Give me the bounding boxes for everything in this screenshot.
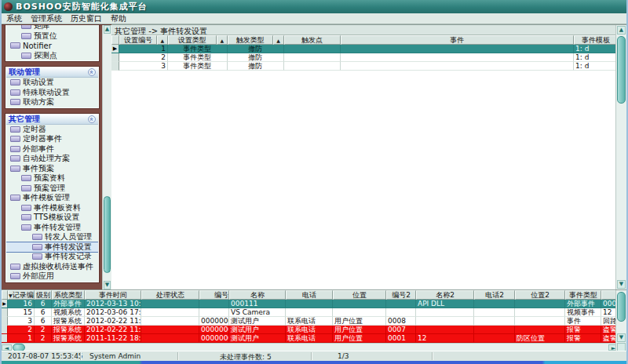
scrollbar-thumb[interactable] xyxy=(104,196,111,273)
col-header-event-time[interactable]: 事件时间 xyxy=(85,290,141,300)
col-header-trigger-point[interactable]: 触发点 xyxy=(284,35,341,45)
sidebar-item[interactable]: TTS模板设置 xyxy=(6,213,98,223)
cell-event-time: 2012-02-22 11:26:02 xyxy=(85,326,141,334)
sidebar-item[interactable]: 定时器 xyxy=(6,125,98,135)
sidebar-item[interactable]: 事件预案 xyxy=(6,164,98,174)
row-selector[interactable] xyxy=(111,53,119,62)
row-selector[interactable]: ▶ xyxy=(111,45,119,53)
row-selector[interactable] xyxy=(111,62,119,71)
row-selector[interactable] xyxy=(2,308,8,317)
sidebar-item[interactable]: 事件转发管理 xyxy=(6,223,98,233)
cell-handle-status xyxy=(141,326,199,334)
sidebar-item[interactable]: 转发人员管理 xyxy=(6,232,98,242)
scroll-down-icon[interactable]: ▼ xyxy=(104,281,111,289)
sidebar-item[interactable]: Notifier xyxy=(6,41,98,51)
cell-name2: API DLL xyxy=(416,300,474,308)
sidebar-item[interactable]: 事件模板资料 xyxy=(6,203,98,213)
col-header-name[interactable]: 名称 xyxy=(229,290,286,300)
event-row[interactable]: 2 2 报警系统 2012-02-22 11:26:02 00000002 测试… xyxy=(2,326,619,334)
col-header-handle-status[interactable]: 处理状态 xyxy=(141,290,199,300)
cell-number: 00000002 xyxy=(199,317,229,326)
cell-event-template: 1: d xyxy=(574,53,618,62)
table-row[interactable]: 3 事件类型 撤防 1: d xyxy=(111,62,618,71)
scroll-left-icon[interactable]: ◄ xyxy=(2,344,12,351)
col-header-location[interactable]: 位置 xyxy=(333,290,386,300)
col-header-event-type[interactable]: 事件类型 xyxy=(565,290,601,300)
cell-system-type: 报警系统 xyxy=(52,317,85,326)
panel-button-icon xyxy=(10,146,20,152)
sidebar-item[interactable]: 事件转发设置 xyxy=(6,242,98,253)
cell-location: 用户位置 xyxy=(333,334,386,343)
cell-handle-status xyxy=(141,334,199,343)
scroll-down-icon[interactable]: ▼ xyxy=(617,333,626,342)
scroll-down-icon[interactable]: ▼ xyxy=(617,280,626,289)
sidebar-item[interactable]: 预案资料 xyxy=(6,173,98,184)
sidebar-item[interactable]: 探测点 xyxy=(6,51,98,61)
sidebar-item-label: 外部应用 xyxy=(23,271,54,282)
col-header-name2[interactable]: 名称2 xyxy=(416,290,474,300)
col-header-phone2[interactable]: 电话2 xyxy=(474,290,515,300)
collapse-chevron-icon[interactable]: » xyxy=(88,115,96,123)
sort-asc-icon[interactable]: ▲ xyxy=(273,35,284,45)
row-selector[interactable] xyxy=(2,334,8,343)
sidebar-group-header[interactable]: 其它管理 » xyxy=(6,115,98,125)
event-row[interactable]: ▶ 16 6 外部事件 2012-03-13 10:38:04 000111 A… xyxy=(2,300,619,308)
event-row[interactable]: 3 6 报警系统 2012-02-22 11:26:02 00000002 测试… xyxy=(2,317,619,326)
sidebar-item[interactable]: 预置位 xyxy=(6,31,98,42)
sidebar-item[interactable]: 事件转发记录 xyxy=(6,252,98,262)
row-selector[interactable]: ▶ xyxy=(2,300,8,308)
sidebar-item[interactable]: 外部事件 xyxy=(6,144,98,155)
scrollbar-thumb[interactable] xyxy=(617,292,626,322)
menu-item[interactable]: 历史窗口 xyxy=(71,13,102,24)
collapse-chevron-icon[interactable]: » xyxy=(88,68,96,76)
event-row[interactable]: 1 2 报警系统 2011-11-22 18:00:27 00000003 测试… xyxy=(2,334,619,343)
selector-header-cell xyxy=(2,290,8,300)
col-header-number2[interactable]: 编号2 xyxy=(386,290,416,300)
scrollbar-thumb[interactable] xyxy=(617,36,626,104)
sidebar-scrollbar[interactable]: ▲ ▼ xyxy=(102,25,111,289)
events-vertical-scrollbar[interactable]: ▼ xyxy=(615,290,626,351)
col-header-phone[interactable]: 电话 xyxy=(286,290,333,300)
sidebar-item[interactable]: 预案管理 xyxy=(6,184,98,194)
main-vertical-scrollbar[interactable]: ▲ ▼ xyxy=(615,25,626,289)
col-header-event[interactable]: 事件 xyxy=(341,35,575,45)
cell-number: 00000003 xyxy=(199,334,229,343)
sidebar-item[interactable]: 自动处理方案 xyxy=(6,154,98,164)
menu-item[interactable]: 系统 xyxy=(6,13,22,24)
cell-setting-type: 事件类型 xyxy=(168,62,228,71)
menu-item[interactable]: 帮助 xyxy=(111,13,126,24)
sidebar-item[interactable]: 联动方案 xyxy=(6,97,98,107)
col-header-location2[interactable]: 位置2 xyxy=(515,290,565,300)
row-selector[interactable] xyxy=(2,326,8,334)
col-header-setting-id[interactable]: 设置编号 xyxy=(119,35,157,45)
col-header-setting-type[interactable]: 设置类型 xyxy=(168,35,217,45)
event-records-grid: ▼记录编号 级别 系统类型 事件时间 处理状态 编号 名称 电话 位置 编号2 … xyxy=(2,290,619,351)
menu-item[interactable]: 管理系统 xyxy=(31,13,62,24)
sidebar-item[interactable]: 定时器事件 xyxy=(6,134,98,144)
sidebar-item[interactable]: 虚拟接收机待送事件 xyxy=(6,262,98,272)
event-row[interactable]: 15 6 视频系统 2012-03-06 17:26:34 VS Camera xyxy=(2,308,619,317)
col-header-number[interactable]: 编号 xyxy=(199,290,229,300)
sidebar-group-header[interactable]: 联动管理 » xyxy=(6,67,98,78)
scroll-up-icon[interactable]: ▲ xyxy=(617,26,626,35)
sidebar-item[interactable]: 事件模板管理 xyxy=(6,193,98,203)
col-header-record-id[interactable]: ▼记录编号 xyxy=(8,290,35,300)
row-selector[interactable] xyxy=(2,317,8,326)
col-header-event-template[interactable]: 事件模板 xyxy=(574,35,618,45)
col-header-trigger-type[interactable]: 触发类型 xyxy=(228,35,273,45)
sidebar-item[interactable]: 特殊联动设置 xyxy=(6,88,98,98)
sidebar-item[interactable]: 联动设置 xyxy=(6,78,98,88)
sort-asc-icon[interactable]: ▲ xyxy=(157,35,168,45)
grid-header-row: 设置编号 ▲ 设置类型 ▲ 触发类型 ▲ 触发点 事件 事件模板 xyxy=(111,35,618,45)
col-header-system-type[interactable]: 系统类型 xyxy=(52,290,85,300)
event-records-panel: ▼记录编号 级别 系统类型 事件时间 处理状态 编号 名称 电话 位置 编号2 … xyxy=(2,289,626,351)
cell-phone2 xyxy=(474,300,515,308)
sidebar-item-label: 预置位 xyxy=(34,31,57,42)
scroll-up-icon[interactable]: ▲ xyxy=(104,25,111,34)
table-row[interactable]: 2 事件类型 撤防 1: d xyxy=(111,53,618,62)
cell-number2: 0008 xyxy=(386,317,416,326)
table-row[interactable]: ▶ 1 事件类型 撤防 1: d xyxy=(111,45,618,53)
sort-asc-icon[interactable]: ▲ xyxy=(217,35,228,45)
sidebar-item[interactable]: 外部应用 xyxy=(6,271,98,282)
col-header-level[interactable]: 级别 xyxy=(35,290,52,300)
